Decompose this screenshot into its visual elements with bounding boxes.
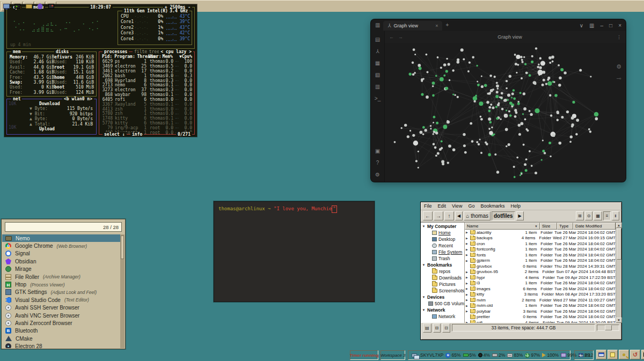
file-row[interactable]: ▶rofi4 itemsFolderTue 09 Apr 2024 16:30:… bbox=[465, 320, 616, 323]
file-row[interactable]: ▶fontconfig1 itemFolderTue 26 Mar 2024 1… bbox=[465, 247, 616, 253]
breadcrumb-current-button[interactable]: dotfiles bbox=[492, 211, 515, 220]
launcher-item-cmake[interactable]: CMake bbox=[2, 335, 120, 342]
disk-icon[interactable]: 83% bbox=[507, 352, 523, 358]
file-row[interactable]: ▶cron1 itemFolderTue 26 Mar 2024 18:04:0… bbox=[465, 241, 616, 247]
graph-view-icon[interactable]: ⅄ bbox=[376, 48, 379, 54]
menu-bookmarks[interactable]: Bookmarks bbox=[480, 203, 504, 209]
forward-icon[interactable]: → bbox=[398, 34, 403, 40]
breadcrumb-home-button[interactable]: ⌂thomas bbox=[464, 211, 491, 220]
globe-icon[interactable]: 97% bbox=[525, 352, 540, 358]
terminal-window[interactable]: thomas@archlinux ~ "I love you, Munchie" bbox=[214, 201, 375, 302]
btop-tab-processes[interactable]: processes bbox=[103, 49, 129, 54]
close-icon[interactable]: × bbox=[618, 23, 621, 28]
maximize-icon[interactable]: □ bbox=[609, 23, 612, 28]
process-row[interactable]: 6629ps1thomas0.0⠒⠂100 bbox=[101, 59, 193, 64]
obsidian-window[interactable]: ▥ ⅄ Graph view × + ∨ ▥ – □ × ▤⅄▦▧▥>_▣?⚙ … bbox=[371, 19, 626, 182]
scrollbar-thumb[interactable] bbox=[617, 229, 621, 260]
minimize-icon[interactable]: – bbox=[601, 23, 604, 28]
network-icon[interactable]: SKYVL7XP bbox=[412, 352, 443, 358]
graph-canvas[interactable]: ⚙ ⊸ bbox=[385, 43, 626, 182]
scroll-up-icon[interactable]: ▲ bbox=[616, 223, 622, 228]
back-icon[interactable]: ← bbox=[389, 34, 394, 40]
tray-window-button[interactable] bbox=[596, 350, 606, 359]
tree-item-pictures[interactable]: Pictures bbox=[421, 281, 464, 288]
launcher-item-avahi-vnc-server-browser[interactable]: Avahi VNC Server Browser bbox=[2, 312, 120, 319]
btop-net-iface[interactable]: <b wlan0 n> bbox=[62, 97, 94, 101]
tree-item-desktop[interactable]: Desktop bbox=[421, 236, 464, 242]
column-header-name[interactable]: Name▼ bbox=[465, 223, 540, 230]
file-row[interactable]: ▶alacritty1 itemFolderTue 26 Mar 2024 18… bbox=[465, 230, 616, 235]
tree-item-500-gb-volume[interactable]: 500 GB Volume bbox=[421, 300, 464, 307]
btop-monitor-window[interactable]: cpu menu 18:29:07 + 2500ms - ⠁⠄⠂⠀⠠⠀⢀⣠⣆⡀⠀… bbox=[4, 4, 197, 137]
tab-list-icon[interactable]: ∨ bbox=[580, 23, 583, 28]
tree-pane-button[interactable]: ⊟ bbox=[433, 323, 441, 333]
icon-view-button[interactable]: ▦ bbox=[594, 211, 602, 220]
launcher-item-electron-28[interactable]: Electron 28 bbox=[2, 342, 120, 348]
tray-display-button[interactable] bbox=[641, 350, 644, 359]
tab-graph-view[interactable]: ⅄ Graph view × bbox=[383, 21, 442, 31]
scroll-down-icon[interactable]: ▼ bbox=[616, 318, 622, 323]
file-row[interactable]: ▶fonts1 itemFolderTue 26 Mar 2024 18:04:… bbox=[465, 252, 616, 258]
menu-go[interactable]: Go bbox=[468, 203, 474, 209]
menu-edit[interactable]: Edit bbox=[438, 203, 447, 209]
memory-icon[interactable]: 2% bbox=[492, 352, 505, 358]
tray-notes-button[interactable] bbox=[608, 350, 618, 359]
btop-tab-cpu-lazy[interactable]: < cpu lazy > bbox=[159, 49, 193, 54]
help-icon[interactable]: ? bbox=[376, 160, 379, 166]
path-scroll-left-button[interactable]: ◀ bbox=[455, 211, 463, 220]
launcher-item-avahi-ssh-server-browser[interactable]: Avahi SSH Server Browser bbox=[2, 304, 120, 312]
launcher-search-box[interactable]: 28 / 28 bbox=[5, 222, 122, 232]
file-row[interactable]: gruvbox0 itemsFolderThu 28 Mar 2024 14:3… bbox=[465, 263, 616, 269]
search-button[interactable]: ⊙ bbox=[585, 211, 593, 220]
btop-info-hint[interactable]: info bbox=[130, 132, 144, 137]
app-launcher-menu[interactable]: 28 / 28 NemoGoogle Chrome(Web Browser)Si… bbox=[1, 219, 126, 349]
forward-button[interactable]: → bbox=[434, 211, 443, 220]
launcher-scrollbar[interactable] bbox=[120, 234, 125, 348]
process-row[interactable]: 3273electron37thomas0.3⠒⠂0.0 bbox=[101, 88, 193, 93]
back-button[interactable]: ← bbox=[423, 211, 433, 220]
obsidian-titlebar[interactable]: ▥ ⅄ Graph view × + ∨ ▥ – □ × bbox=[371, 19, 626, 31]
column-header-type[interactable]: Type bbox=[557, 223, 573, 230]
process-row[interactable]: 5780zsh1thomas0.0⠒⠂0.0 bbox=[101, 112, 193, 116]
launcher-item-htop[interactable]: Htop(Process Viewer) bbox=[2, 281, 120, 288]
taskbar-clock[interactable]: 18:29 bbox=[574, 350, 594, 360]
dual-pane-button[interactable]: ‖ bbox=[612, 211, 619, 220]
tab-close-icon[interactable]: × bbox=[435, 23, 438, 28]
process-row[interactable]: 3461electron17thomas0.2⠒⠂0.0 bbox=[101, 69, 193, 73]
launcher-item-google-chrome[interactable]: Google Chrome(Web Browser) bbox=[2, 242, 120, 249]
process-row[interactable]: 2713nemo6thomas0.1⠒⠂0.0 bbox=[101, 83, 193, 88]
file-row[interactable]: ▶nvim-old1 itemFolderTue 26 Mar 2024 18:… bbox=[465, 303, 616, 309]
new-tab-button[interactable]: ⊞ bbox=[576, 211, 584, 220]
places-pane-button[interactable]: ▤ bbox=[423, 323, 431, 333]
file-row[interactable]: ▶backups4 itemsFolderWed 27 Mar 2024 16:… bbox=[465, 235, 616, 241]
launcher-item-signal[interactable]: Signal bbox=[2, 250, 120, 257]
templates-icon[interactable]: ▥ bbox=[375, 84, 380, 90]
vault-switcher-icon[interactable]: ▣ bbox=[375, 148, 380, 154]
tree-item-home[interactable]: Home bbox=[421, 230, 464, 236]
tree-item-file-system[interactable]: File System bbox=[421, 249, 464, 255]
terminal-icon[interactable]: >_ bbox=[375, 95, 380, 101]
tree-item-devices[interactable]: ▼Devices bbox=[421, 294, 464, 300]
process-row[interactable]: 2062bash1thomas0.0⠒⠂0.3 bbox=[101, 73, 193, 78]
file-row[interactable]: ▶kitty3 itemsFolderMon 08 Apr 2024 17:33… bbox=[465, 292, 616, 298]
bluetooth-icon[interactable]: 65% bbox=[445, 352, 460, 358]
battery-icon[interactable]: 5% bbox=[463, 352, 476, 358]
canvas-icon[interactable]: ▦ bbox=[375, 60, 380, 66]
workspace-indicator[interactable]: Workspace 3 bbox=[380, 350, 405, 360]
process-row[interactable]: 3367Xwayland5thomas0.1⠒⠂0.0 bbox=[101, 102, 193, 107]
quick-switcher-icon[interactable]: ▤ bbox=[375, 36, 380, 42]
file-row[interactable]: ▶polybar3 itemsFolderTue 26 Mar 2024 18:… bbox=[465, 308, 616, 314]
launcher-item-nemo[interactable]: Nemo bbox=[2, 234, 120, 242]
tree-item-bookmarks[interactable]: ▼Bookmarks bbox=[421, 262, 464, 268]
list-view-button[interactable]: ≡ bbox=[603, 211, 611, 220]
tray-restart-button[interactable]: ↺ bbox=[630, 350, 640, 359]
btop-select-hint[interactable]: select ↓ bbox=[103, 132, 127, 137]
launcher-item-bluetooth[interactable]: Bluetooth bbox=[2, 327, 120, 335]
menu-view[interactable]: View bbox=[452, 203, 462, 209]
file-row[interactable]: ▶images6 itemsFolderTue 26 Mar 2024 18:0… bbox=[465, 286, 616, 292]
daily-note-icon[interactable]: ▧ bbox=[375, 72, 380, 78]
tree-item-recent[interactable]: Recent bbox=[421, 242, 464, 249]
fan-icon[interactable]: 4% bbox=[478, 352, 490, 358]
launcher-item-file-roller[interactable]: File Roller(Archive Manager) bbox=[2, 273, 120, 281]
column-header-size[interactable]: Size bbox=[540, 223, 557, 230]
